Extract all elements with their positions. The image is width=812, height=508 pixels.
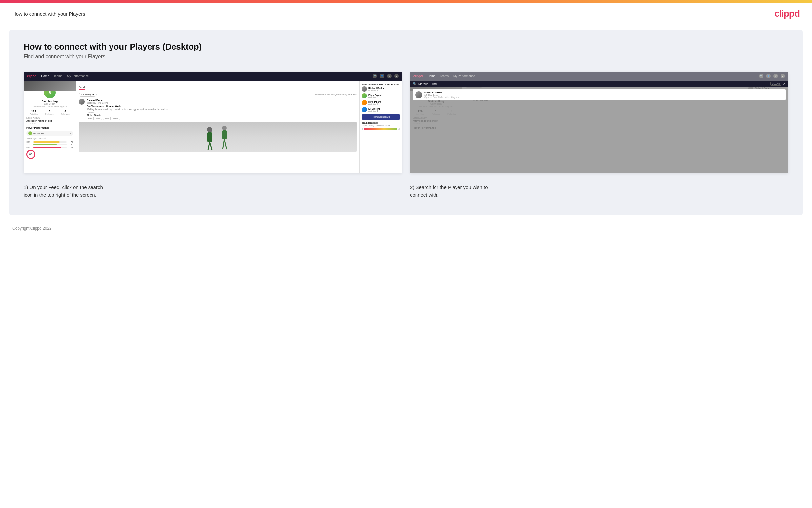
following-btn[interactable]: Following ▼ [79, 92, 97, 97]
page-title: How to connect with your Players [12, 11, 85, 17]
feed-tab[interactable]: Feed [79, 86, 85, 90]
golf-image [79, 122, 357, 152]
search-result-avatar [415, 91, 422, 98]
right-panel: Most Active Players - Last 30 days Richa… [360, 81, 402, 173]
search-icon-overlay: 🔍 [413, 82, 417, 86]
following-label: Following [61, 113, 69, 115]
profile-name: Blair McHarg [26, 100, 73, 103]
player-acts-0: Activities: 7 [368, 89, 400, 91]
app-row: APP 70 [26, 144, 73, 146]
feed-panel: Feed Following ▼ Control who can see you… [76, 81, 360, 173]
profile-stats: 129 Activities 3 Followers 4 Following [26, 110, 73, 115]
golf-figure-svg [198, 123, 237, 151]
svg-rect-5 [222, 130, 227, 139]
player-name-2: Hiral Pujara [368, 101, 400, 103]
search-input[interactable]: Marcus Turner [419, 82, 768, 86]
player-info-0: Richard Butler Activities: 7 [368, 87, 400, 91]
tag-app: APP [95, 117, 102, 120]
profile-icon-2: 👤 [766, 74, 771, 78]
ott-val: 79 [68, 141, 73, 143]
search-overlay: 🔍 Marcus Turner CLEAR ✕ Marcus Turner 1.… [410, 81, 789, 173]
svg-point-4 [222, 126, 227, 130]
nav-teams-2: Teams [440, 75, 449, 78]
search-icon-2: 🔍 [759, 74, 763, 78]
step-descriptions: 1) On your Feed, click on the search ico… [23, 184, 789, 199]
step1-text: 1) On your Feed, click on the search ico… [23, 184, 402, 199]
duration-label: Duration [87, 111, 357, 113]
main-subheading: Find and connect with your Players [23, 54, 789, 60]
duration-val: 02 hr : 00 min [87, 114, 357, 116]
latest-activity-date: 27 Jul 2022 [26, 122, 73, 124]
activity-avatar [79, 99, 85, 105]
svg-line-7 [224, 139, 227, 149]
panel-step2: clippd Home Teams My Performance 🔍 👤 ⚙ ● [410, 72, 789, 173]
activity-meta: Yesterday · The Grove [87, 102, 357, 104]
latest-activity-val: Afternoon round of golf [26, 120, 73, 122]
nav-home[interactable]: Home [41, 75, 49, 78]
search-icon[interactable]: 🔍 [373, 74, 377, 78]
panel-step1: clippd Home Teams My Performance 🔍 👤 ⚙ ● [23, 72, 402, 173]
svg-rect-1 [207, 132, 212, 142]
nav-teams[interactable]: Teams [53, 75, 62, 78]
activity-desc: Walking the course with my coach to buil… [87, 108, 357, 110]
player-select[interactable]: Eli Vincent ▼ [26, 131, 73, 136]
ott-bar-bg [34, 141, 66, 143]
profile-panel: B Blair McHarg Golf Coach Mill Ride Golf… [23, 81, 76, 173]
player-avatar-3 [362, 107, 367, 112]
profile-icon[interactable]: 👤 [380, 74, 384, 78]
panels-container: clippd Home Teams My Performance 🔍 👤 ⚙ ● [23, 72, 789, 173]
player-acts-2: Activities: 3 [368, 103, 400, 105]
player-list-item-3: Eli Vincent Activities: 1 [362, 107, 400, 112]
logo: clippd [775, 8, 800, 19]
player-info-2: Hiral Pujara Activities: 3 [368, 101, 400, 105]
player-select-name: Eli Vincent [34, 132, 44, 134]
activities-label: Activities [30, 113, 38, 115]
player-list-item: Richard Butler Activities: 7 [362, 86, 400, 92]
tag-putt: PUTT [111, 117, 120, 120]
active-players-title: Most Active Players - Last 30 days [362, 83, 400, 86]
profile-club: Mill Ride Golf Club, United Kingdom [26, 105, 73, 108]
following-count: 4 [61, 110, 69, 113]
player-acts-3: Activities: 1 [368, 110, 400, 112]
team-dashboard-btn[interactable]: Team Dashboard [362, 114, 400, 120]
player-name-1: Piers Parnell [368, 94, 400, 96]
score-circle-wrap: 84 [26, 150, 73, 159]
nav-home-2: Home [427, 75, 435, 78]
arg-row: ARG 84 [26, 146, 73, 148]
search-result-card[interactable]: Marcus Turner 1.5 Handicap Cypress Point… [413, 89, 786, 100]
ott-label: OTT [26, 141, 32, 143]
main-heading: How to connect with your Players (Deskto… [23, 42, 789, 52]
player-name-3: Eli Vincent [368, 108, 400, 110]
team-heatmap-sub: Player Quality · 20 Round Trend [362, 125, 400, 127]
player-acts-1: Activities: 4 [368, 96, 400, 98]
app-screenshot-1: clippd Home Teams My Performance 🔍 👤 ⚙ ● [23, 72, 402, 173]
activity-title: Pre Tournament Course Walk [87, 105, 357, 108]
activity-user: Richard Butler [87, 99, 357, 102]
nav-myperformance-2: My Performance [453, 75, 475, 78]
header: How to connect with your Players clippd [0, 3, 812, 24]
svg-line-6 [223, 139, 224, 149]
clear-button[interactable]: CLEAR [770, 82, 781, 86]
nav-myperformance[interactable]: My Performance [67, 75, 89, 78]
app-label: APP [26, 144, 32, 146]
app-bar-bg [34, 144, 66, 145]
tpq-label: Total Player Quality ℹ [26, 137, 73, 140]
player-avatar-0 [362, 86, 367, 92]
player-info-3: Eli Vincent Activities: 1 [368, 108, 400, 112]
activity-card: Richard Butler Yesterday · The Grove Pre… [79, 99, 357, 120]
player-list-item-2: Hiral Pujara Activities: 3 [362, 100, 400, 105]
app-nav-logo-2: clippd [413, 75, 423, 78]
svg-line-3 [209, 142, 212, 150]
profile-role: Golf Coach [26, 103, 73, 105]
following-chevron: ▼ [92, 93, 94, 96]
stat-followers: 3 Followers [45, 110, 54, 115]
settings-icon[interactable]: ⚙ [387, 74, 392, 78]
footer: Copyright Clippd 2022 [0, 221, 812, 236]
control-link[interactable]: Control who can see your activity and da… [314, 93, 357, 96]
user-avatar-icon[interactable]: ● [394, 74, 399, 78]
close-icon[interactable]: ✕ [783, 82, 786, 86]
following-row: Following ▼ Control who can see your act… [79, 92, 357, 97]
app-screenshot-2: clippd Home Teams My Performance 🔍 👤 ⚙ ● [410, 72, 789, 173]
svg-point-0 [207, 127, 212, 132]
heatmap-gradient [364, 128, 397, 130]
